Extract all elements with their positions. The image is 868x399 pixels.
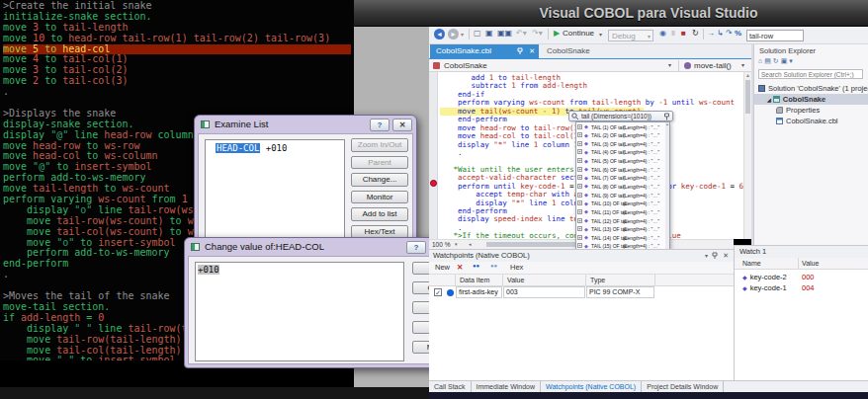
tab-cobolsnake[interactable]: CobolSnake [541, 44, 602, 58]
datatip-row[interactable]: +◆TAIL (7) OF tail(Length=4) : "…" [576, 174, 669, 183]
toolbar-search-input[interactable] [746, 30, 804, 41]
editor-vertical-scrollbar[interactable]: ▲ [743, 72, 751, 239]
expand-icon[interactable]: + [577, 132, 582, 137]
expand-icon[interactable]: + [577, 184, 582, 189]
debug-config-dropdown[interactable]: Debug ▾ [608, 30, 653, 41]
watchpoint-type[interactable]: PIC 99 COMP-X [586, 286, 654, 298]
undo-icon[interactable]: ↶▾ [516, 29, 527, 38]
add-to-list-button[interactable]: Add to list [351, 207, 408, 221]
close-tab-icon[interactable]: ✕ [529, 44, 535, 58]
expand-icon[interactable]: + [577, 209, 582, 214]
collapse-all-icon[interactable]: ▾ [789, 57, 795, 64]
datatip-row[interactable]: +◆TAIL (12) OF tail(Length=4) : "…" [576, 216, 669, 225]
watch-row[interactable]: ◆key-code-1004 [735, 282, 868, 293]
continue-button[interactable]: Continue [563, 29, 594, 38]
chevron-down-icon[interactable]: ▾ [455, 241, 458, 247]
save-icon[interactable]: ▣ [485, 29, 493, 38]
change--button[interactable]: Change... [351, 173, 408, 187]
watch-value[interactable]: 000 [802, 272, 815, 282]
chevron-down-icon[interactable]: ▾ [461, 31, 464, 38]
watch-titlebar[interactable]: Watch 1 [735, 246, 868, 258]
editor-zoom-dropdown[interactable]: 100 % [432, 241, 450, 248]
pin-icon[interactable] [712, 252, 718, 260]
pin-icon[interactable] [517, 47, 523, 55]
solution-tree-item-cobolsnake-cbl[interactable]: CobolSnake.cbl [754, 116, 868, 126]
hex-text-button[interactable]: Hex/Text [351, 225, 408, 239]
watchpoint-data-item[interactable]: first-adis-key [456, 286, 502, 298]
change-value-text[interactable]: +010 [198, 265, 219, 275]
breakpoints-icon[interactable]: % [735, 29, 741, 38]
datatip-row[interactable]: +◆TAIL (8) OF tail(Length=4) : "…" [576, 182, 669, 191]
monitor-button[interactable]: Monitor [412, 341, 429, 354]
watch-row[interactable]: ◆key-code-2000 [735, 272, 868, 282]
horizontal-scrollbar-thumb[interactable] [486, 242, 575, 247]
help-button[interactable]: ? [370, 119, 390, 131]
chevron-down-icon[interactable]: ▾ [668, 59, 671, 72]
expand-icon[interactable]: + [577, 167, 582, 172]
chevron-down-icon[interactable]: ▾ [599, 31, 602, 38]
cancel-button[interactable]: Cancel [412, 281, 429, 294]
type-dropdown[interactable]: CobolSnake [444, 59, 487, 72]
expand-arrow-icon[interactable]: ◢ [767, 97, 771, 103]
expand-icon[interactable]: + [577, 200, 582, 205]
tab-cobolsnake-cbl[interactable]: CobolSnake.cbl ✕ [430, 44, 539, 58]
hex-toggle-button[interactable]: Hex [510, 263, 523, 272]
expand-icon[interactable]: + [577, 175, 582, 180]
datatip-row[interactable]: +◆TAIL (14) OF tail(Length=4) : "…" [576, 233, 669, 242]
new-file-icon[interactable]: ▢ [474, 29, 481, 38]
expand-icon[interactable]: + [577, 243, 582, 248]
column-value[interactable]: Value [802, 258, 819, 270]
watchpoint-enabled-checkbox[interactable]: ✓ [434, 288, 442, 296]
watchpoint-row[interactable]: ✓ first-adis-key 003 PIC 99 COMP-X [429, 286, 734, 298]
refresh-icon[interactable]: ↻ [773, 57, 781, 64]
bottom-tab-watchpoints-native-cobol[interactable]: Watchpoints (Native COBOL) [541, 381, 642, 392]
expand-icon[interactable]: + [577, 193, 582, 198]
continue-play-icon[interactable]: ▶ [554, 29, 560, 38]
change-value-textarea[interactable]: +010 [195, 262, 404, 361]
expand-icon[interactable]: + [577, 124, 582, 129]
datatip-row[interactable]: +◆TAIL (9) OF tail(Length=4) : "…" [576, 191, 669, 200]
pause-icon[interactable]: ‖ [671, 29, 675, 38]
monitor-button[interactable]: Monitor [351, 191, 408, 204]
datatip-row[interactable]: +◆TAIL (5) OF tail(Length=4) : "…" [576, 157, 669, 166]
breakpoint-margin[interactable] [429, 72, 438, 239]
scroll-left-icon[interactable]: ◂ [469, 241, 472, 247]
expand-icon[interactable]: + [577, 158, 582, 163]
datatip-row[interactable]: +◆TAIL (10) OF tail(Length=4) : "…" [576, 200, 669, 208]
scrollbar-thumb[interactable] [745, 80, 750, 114]
step-over-icon[interactable]: ↷ [726, 29, 733, 38]
restart-icon[interactable]: ↻ [692, 29, 699, 38]
watchpoint-value[interactable]: 003 [503, 286, 585, 298]
watchpoints-titlebar[interactable]: Watchpoints (Native COBOL) ▾ ✕ [429, 250, 734, 262]
navigate-back-icon[interactable]: ◂ [434, 29, 445, 40]
save-all-icon[interactable]: ▣▣ [497, 29, 512, 38]
clear-button[interactable]: Clear [412, 321, 429, 334]
expand-icon[interactable]: + [577, 141, 582, 146]
pin-icon[interactable] [663, 113, 670, 120]
member-dropdown[interactable]: move-tail() [694, 59, 732, 72]
expand-icon[interactable]: + [577, 218, 582, 223]
disable-all-icon[interactable]: ●● [490, 263, 497, 269]
watch-value[interactable]: 004 [802, 282, 815, 293]
datatip-row[interactable]: +◆TAIL (4) OF tail(Length=4) : "…" [576, 148, 669, 157]
bottom-tab-immediate-window[interactable]: Immediate Window [472, 381, 542, 392]
breakpoint-icon[interactable] [430, 180, 437, 187]
window-position-icon[interactable]: ▾ [705, 250, 708, 262]
examine-item-name[interactable]: HEAD-COL [216, 143, 260, 153]
datatip-row[interactable]: +◆TAIL (2) OF tail(Length=4) : "…" [576, 131, 669, 140]
datatip-row[interactable]: +◆TAIL (1) OF tail(Length=4) : "…" [576, 122, 669, 131]
datatip-row[interactable]: +◆TAIL (11) OF tail(Length=4) : "…" [576, 207, 669, 216]
solution-explorer-search-input[interactable] [758, 69, 863, 79]
change-dialog-titlebar[interactable]: Change value of:HEAD-COL ? [185, 238, 429, 256]
examine-dialog-titlebar[interactable]: Examine List ? ✕ [195, 116, 416, 133]
show-next-statement-icon[interactable]: → [707, 29, 715, 38]
expand-icon[interactable]: + [577, 226, 582, 231]
examine-variable-list[interactable]: HEAD-COL +010 [205, 139, 345, 238]
stop-icon[interactable]: ■ [681, 29, 686, 38]
close-icon[interactable]: ✕ [723, 250, 729, 262]
datatip-row[interactable]: +◆TAIL (6) OF tail(Length=4) : "…" [576, 165, 669, 174]
redo-icon[interactable]: ↷▾ [532, 29, 543, 38]
close-button[interactable]: ✕ [392, 119, 412, 131]
help-button[interactable]: ? [406, 241, 426, 254]
column-value[interactable]: Value [507, 275, 524, 286]
